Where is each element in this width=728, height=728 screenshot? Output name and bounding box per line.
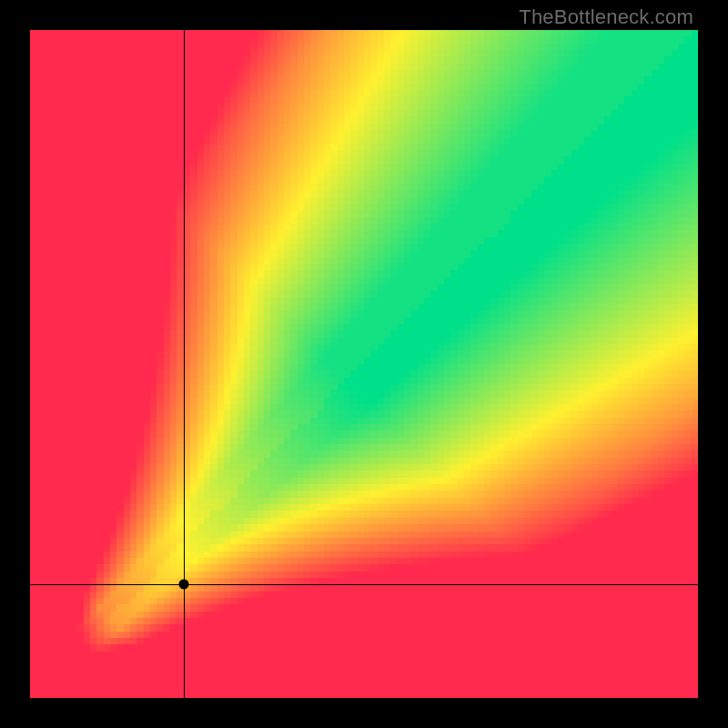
figure-frame: TheBottleneck.com (0, 0, 728, 728)
watermark-text: TheBottleneck.com (519, 5, 693, 29)
bottleneck-heatmap (30, 30, 698, 698)
crosshair-horizontal (30, 584, 698, 585)
selection-marker (178, 580, 188, 590)
crosshair-vertical (184, 30, 185, 698)
